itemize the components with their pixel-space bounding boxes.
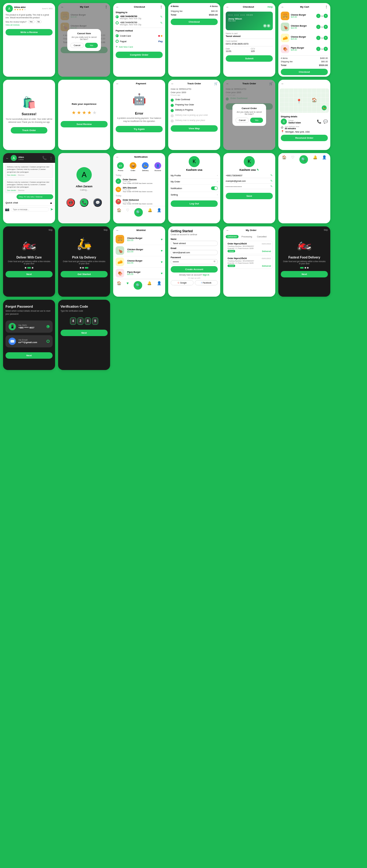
processing-tab[interactable]: Processing bbox=[240, 235, 254, 238]
phone-icon[interactable]: 📞 bbox=[42, 156, 47, 160]
send-review-button[interactable]: Send Review bbox=[61, 121, 108, 127]
otp-box-2[interactable]: 2 bbox=[77, 317, 84, 325]
back-button[interactable]: ← bbox=[116, 228, 119, 232]
yes-button[interactable]: Yes bbox=[85, 43, 98, 48]
password-input[interactable] bbox=[171, 259, 218, 264]
qty-minus-4[interactable]: − bbox=[316, 47, 320, 51]
back-button[interactable]: ← bbox=[116, 5, 119, 8]
otp-box-4[interactable]: 9 bbox=[92, 317, 98, 325]
qty-plus-4[interactable]: + bbox=[323, 47, 328, 51]
detail-badge-2[interactable]: Detail bbox=[228, 265, 235, 267]
heart-nav[interactable]: ♥ bbox=[126, 281, 129, 290]
otp-box-1[interactable]: 4 bbox=[70, 317, 76, 325]
yes-button[interactable]: Yes bbox=[28, 20, 34, 23]
logout-button[interactable]: Log Out bbox=[171, 200, 218, 207]
next-button-fp[interactable]: Next bbox=[5, 352, 53, 359]
edit-password-icon[interactable]: ✎ bbox=[270, 185, 273, 188]
qty-plus-2[interactable]: + bbox=[323, 25, 328, 29]
qty-minus-2[interactable]: − bbox=[316, 25, 320, 29]
cancel-button[interactable]: Cancel bbox=[235, 118, 249, 123]
eye-icon[interactable]: 👁 bbox=[213, 260, 216, 263]
sms-radio[interactable] bbox=[47, 325, 50, 328]
see-details-2[interactable]: See details bbox=[7, 189, 16, 192]
qty-plus-1[interactable]: + bbox=[323, 14, 328, 18]
dismiss-1[interactable]: Dismiss bbox=[18, 174, 25, 176]
my-profile-item[interactable]: My Profile› bbox=[168, 173, 220, 179]
notification-item[interactable]: Notification bbox=[168, 185, 220, 192]
search-nav[interactable]: 🔍 bbox=[134, 208, 143, 217]
view-map-button[interactable]: View Map bbox=[171, 125, 218, 132]
cancelled-tab[interactable]: Cancelled bbox=[255, 235, 268, 238]
phone-icon[interactable]: 📞 bbox=[317, 120, 321, 124]
otp-box-3[interactable]: 8 bbox=[85, 317, 91, 325]
more-icon[interactable]: ⋮ bbox=[50, 156, 53, 160]
yes-button[interactable]: Yes bbox=[250, 118, 263, 123]
message-button[interactable]: 💬 bbox=[93, 198, 102, 207]
setting-item[interactable]: Setting› bbox=[168, 192, 220, 198]
detail-badge-1[interactable]: Detail bbox=[228, 250, 235, 252]
paypal-radio[interactable] bbox=[116, 40, 119, 43]
home-nav[interactable]: 🏠 bbox=[282, 155, 287, 164]
edit-icon-1[interactable]: ✎ bbox=[160, 15, 163, 18]
promo-icon[interactable]: 🏷 bbox=[117, 162, 124, 169]
cart-options-icon[interactable]: ⋮ bbox=[325, 5, 328, 8]
back-button[interactable]: ← bbox=[281, 82, 284, 85]
heart-nav[interactable]: ♡ bbox=[126, 208, 130, 217]
verify-next-button[interactable]: Next bbox=[61, 330, 108, 336]
cart-icon[interactable]: 🛒 bbox=[214, 82, 218, 85]
name-input[interactable] bbox=[171, 241, 218, 246]
notification-toggle[interactable] bbox=[211, 186, 218, 190]
message-input[interactable] bbox=[11, 208, 49, 211]
search-nav[interactable]: 🔍 bbox=[134, 281, 142, 290]
skip-button[interactable]: Skip bbox=[48, 229, 53, 231]
back-button[interactable]: ← bbox=[226, 228, 229, 232]
qty-minus-3[interactable]: − bbox=[316, 36, 320, 40]
send-icon[interactable]: ➤ bbox=[50, 207, 53, 211]
save-button[interactable]: Save bbox=[226, 193, 273, 199]
facebook-button[interactable]: f Facebook bbox=[195, 280, 218, 285]
map-view[interactable]: 📍 🏠 🛵 bbox=[280, 88, 329, 113]
qty-minus-1[interactable]: − bbox=[316, 14, 320, 18]
profile-nav[interactable]: 👤 bbox=[157, 208, 162, 217]
skip-button[interactable]: Skip bbox=[103, 229, 108, 231]
cancel-button[interactable]: Cancel bbox=[70, 43, 84, 48]
order-icon[interactable]: 📦 bbox=[130, 162, 136, 169]
address-radio-2[interactable] bbox=[116, 21, 119, 25]
message-icon[interactable]: 💬 bbox=[323, 120, 328, 124]
sign-in-link[interactable]: Sign In bbox=[203, 274, 209, 276]
bell-nav[interactable]: 🔔 bbox=[148, 208, 152, 217]
edit-icon-2[interactable]: ✎ bbox=[160, 21, 163, 25]
heart-1[interactable]: ♥ bbox=[161, 238, 163, 241]
heart-4[interactable]: ♥ bbox=[161, 272, 163, 275]
next-button-2[interactable]: Next bbox=[5, 271, 53, 277]
back-button[interactable]: ← bbox=[226, 5, 229, 8]
try-again-button[interactable]: Try Again bbox=[116, 126, 163, 132]
back-button[interactable]: ← bbox=[171, 82, 174, 85]
heart-3[interactable]: ♥ bbox=[161, 260, 163, 264]
accept-call-button[interactable]: 📞 bbox=[80, 198, 88, 207]
bell-nav[interactable]: 🔔 bbox=[313, 155, 317, 164]
complete-order-button[interactable]: Complete Order bbox=[116, 52, 163, 58]
delivery-icon[interactable]: 🛵 bbox=[142, 162, 149, 169]
bell-nav[interactable]: 🔔 bbox=[147, 281, 152, 290]
edit-phone-icon[interactable]: ✎ bbox=[270, 174, 273, 177]
more-icon[interactable]: ⋮ bbox=[160, 5, 163, 8]
back-button[interactable]: ← bbox=[116, 155, 119, 159]
create-account-button[interactable]: Create Account bbox=[171, 266, 218, 273]
dismiss-2[interactable]: Dismiss bbox=[18, 189, 25, 192]
email-radio[interactable] bbox=[47, 340, 50, 343]
submit-button[interactable]: Submit bbox=[226, 55, 273, 62]
back-button[interactable]: ← bbox=[281, 5, 284, 8]
get-started-button[interactable]: Get Started bbox=[61, 271, 108, 277]
checkout-button[interactable]: Checkout bbox=[171, 19, 218, 25]
view-all-reviews[interactable]: View all reviews bbox=[5, 24, 53, 26]
profile-nav[interactable]: 👤 bbox=[322, 155, 327, 164]
search-nav[interactable]: 🔍 bbox=[300, 155, 308, 164]
sms-option[interactable]: 📱 Via SMS: +880 ***** 4837 bbox=[5, 320, 53, 333]
heart-nav[interactable]: ♡ bbox=[291, 155, 294, 164]
add-new-card[interactable]: + Add New Card bbox=[113, 44, 165, 50]
received-order-button[interactable]: Received Order bbox=[281, 135, 328, 141]
home-nav[interactable]: 🏠 bbox=[117, 281, 121, 290]
my-order-item[interactable]: My Order› bbox=[168, 179, 220, 185]
account-icon[interactable]: 👤 bbox=[154, 162, 161, 169]
